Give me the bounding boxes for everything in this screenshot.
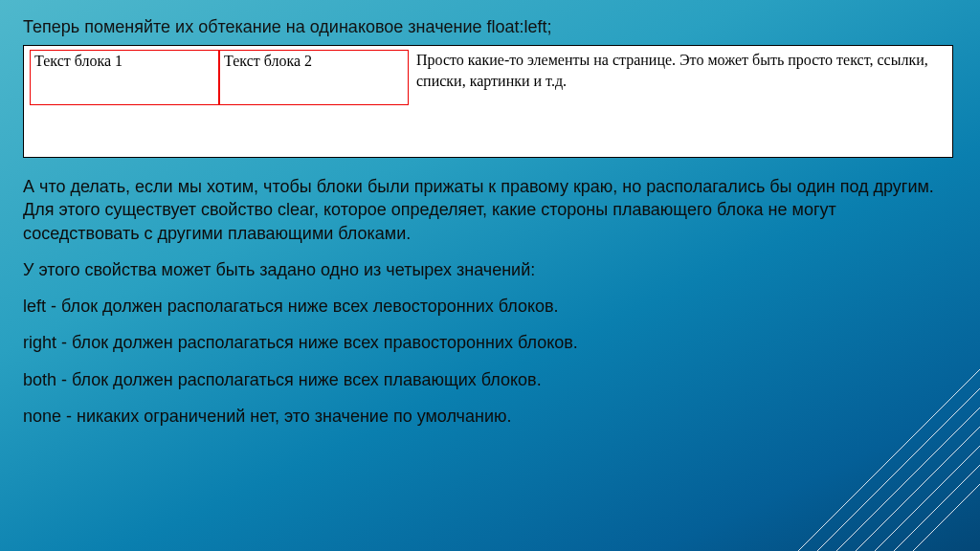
float-block-2: Текст блока 2 [219,50,409,105]
svg-line-2 [836,408,980,551]
slide: Теперь поменяйте их обтекание на одинако… [0,0,980,551]
option-both: both - блок должен располагаться ниже вс… [23,368,957,391]
svg-line-5 [894,465,980,551]
svg-line-6 [913,484,980,551]
option-left: left - блок должен располагаться ниже вс… [23,295,957,318]
option-right: right - блок должен располагаться ниже в… [23,331,957,354]
svg-line-3 [856,427,980,551]
svg-line-4 [875,446,980,551]
heading: Теперь поменяйте их обтекание на одинако… [23,17,957,37]
float-flow-text: Просто какие-то элементы на странице. Эт… [412,50,947,91]
paragraph-clear-intro: А что делать, если мы хотим, чтобы блоки… [23,175,957,245]
float-block-1: Текст блока 1 [30,50,219,105]
svg-line-0 [798,369,980,551]
example-box: Текст блока 1 Текст блока 2 Просто какие… [23,45,953,158]
option-none: none - никаких ограничений нет, это знач… [23,405,957,428]
paragraph-values-intro: У этого свойства может быть задано одно … [23,258,957,281]
